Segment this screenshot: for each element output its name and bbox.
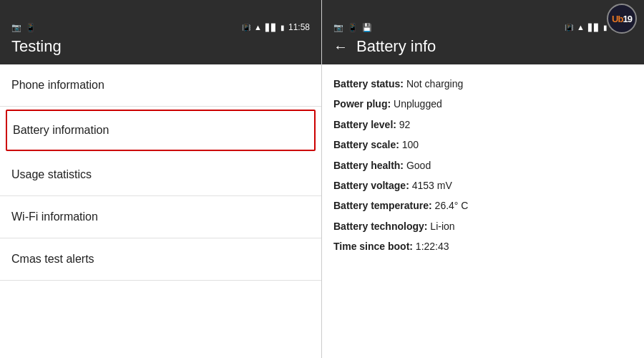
screenshot-icon-right: 📷 [333,23,343,32]
right-header: 📷 📱 💾 📳 ▲ ▋▊ ▮ 11:58 Ub19 ← Battery info [322,0,644,64]
battery-temperature-label: Battery temperature: [333,200,432,211]
battery-health-row: Battery health: Good [333,158,633,173]
signal-icon-left: ▋▊ [265,24,277,32]
menu-item-cmas-alerts[interactable]: Cmas test alerts [0,238,321,281]
left-status-time: 11:58 [288,22,310,32]
battery-voltage-row: Battery voltage: 4153 mV [333,178,633,193]
battery-temperature-row: Battery temperature: 26.4° C [333,198,633,213]
battery-scale-value: 100 [399,139,419,150]
menu-item-wifi-info[interactable]: Wi-Fi information [0,196,321,238]
battery-icon-left: ▮ [280,24,285,32]
battery-status-value: Not charging [404,78,463,90]
battery-status-label: Battery status: [333,78,404,90]
battery-voltage-label: Battery voltage: [333,180,409,191]
battery-technology-label: Battery technology: [333,221,427,232]
time-since-boot-label: Time since boot: [333,241,413,252]
power-plug-label: Power plug: [333,98,391,110]
battery-health-label: Battery health: [333,160,404,171]
battery-info-section: Battery status: Not charging Power plug:… [322,64,644,358]
battery-technology-value: Li-ion [427,221,454,232]
battery-scale-label: Battery scale: [333,139,399,150]
menu-item-battery-info[interactable]: Battery information [6,110,316,151]
right-screen-title: Battery info [356,37,436,56]
power-plug-row: Power plug: Unplugged [333,96,633,112]
time-since-boot-value: 1:22:43 [413,241,449,252]
battery-level-label: Battery level: [333,119,396,130]
battery-scale-row: Battery scale: 100 [333,137,633,153]
brand-logo: Ub19 [607,4,637,34]
battery-health-value: Good [404,160,431,171]
right-title-row: ← Battery info [333,37,633,56]
battery-temperature-value: 26.4° C [432,200,469,211]
right-status-icons: 📷 📱 💾 [333,23,372,32]
battery-icon-right: ▮ [603,24,608,32]
vibrate-icon: 📳 [242,24,250,32]
status-bar-right: 📷 📱 💾 📳 ▲ ▋▊ ▮ 11:58 [333,20,633,37]
left-header: 📷 📱 📳 ▲ ▋▊ ▮ 11:58 Testing [0,0,321,64]
battery-status-row: Battery status: Not charging [333,76,633,92]
phone-icon-right: 📱 [348,23,358,32]
menu-item-phone-info[interactable]: Phone information [0,64,321,107]
back-button[interactable]: ← [333,39,348,55]
power-plug-value: Unplugged [391,98,442,110]
right-panel: 📷 📱 💾 📳 ▲ ▋▊ ▮ 11:58 Ub19 ← Battery info [322,0,644,358]
vibrate-icon-right: 📳 [565,24,573,32]
battery-technology-row: Battery technology: Li-ion [333,218,633,234]
time-since-boot-row: Time since boot: 1:22:43 [333,238,633,254]
wifi-icon-right: ▲ [577,23,585,32]
sdcard-icon-right: 💾 [362,23,372,32]
logo-part1: Ub [612,14,623,24]
menu-item-usage-stats[interactable]: Usage statistics [0,154,321,196]
menu-list: Phone information Battery information Us… [0,64,321,358]
left-panel: 📷 📱 📳 ▲ ▋▊ ▮ 11:58 Testing Phone informa… [0,0,322,358]
battery-level-value: 92 [396,119,410,130]
screenshot-icon: 📷 [11,23,21,32]
battery-voltage-value: 4153 mV [409,180,452,191]
battery-level-row: Battery level: 92 [333,117,633,132]
signal-icon-right: ▋▊ [588,24,600,32]
phone-icon: 📱 [26,23,36,32]
status-bar-left: 📷 📱 📳 ▲ ▋▊ ▮ 11:58 [11,20,310,37]
app-title: Testing [11,37,310,56]
left-status-icons: 📷 📱 [11,23,36,32]
wifi-icon-left: ▲ [254,23,262,32]
logo-part2: 19 [623,14,631,24]
